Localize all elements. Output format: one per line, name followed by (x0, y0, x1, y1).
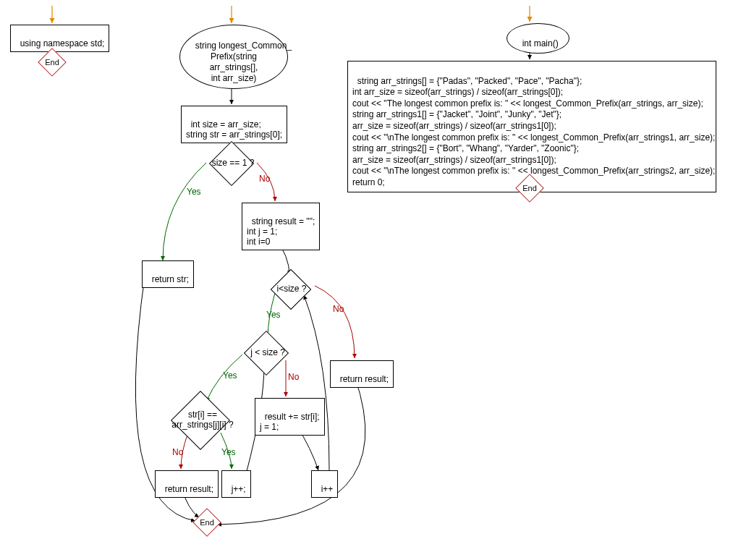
node-text: int main() (522, 38, 559, 48)
decision-label: size == 1 ? (208, 158, 258, 168)
no-label: No (333, 304, 344, 314)
decision-label: i<size ? (274, 284, 310, 294)
node-text: string result = ""; int j = 1; int i=0 (247, 216, 315, 247)
main-signature-node: int main() (507, 23, 569, 54)
main-body-node: string arr_strings[] = {"Padas", "Packed… (347, 61, 716, 192)
node-text: string arr_strings[] = {"Padas", "Packed… (352, 76, 715, 187)
return-result-inner-node: return result; (155, 470, 219, 498)
ipp-node: i++ (311, 470, 338, 498)
using-namespace-node: using namespace std; (10, 25, 109, 52)
node-text: int size = arr_size; string str = arr_st… (186, 119, 282, 140)
jpp-node: j++; (221, 470, 251, 498)
return-result-outer-node: return result; (330, 360, 394, 388)
yes-label: Yes (223, 370, 237, 381)
node-text: using namespace std; (20, 38, 105, 48)
node-text: return result; (165, 484, 213, 494)
no-label: No (259, 174, 270, 184)
node-text: return result; (340, 374, 389, 384)
lcp-init-node: int size = arr_size; string str = arr_st… (181, 106, 287, 143)
yes-label: Yes (266, 310, 281, 320)
node-text: i++ (321, 484, 334, 494)
end-label: End (42, 58, 62, 67)
yes-label: Yes (221, 447, 236, 457)
decision-label: j < size ? (245, 347, 291, 357)
decision-label: str[i] == arr_strings[j][i] ? (163, 410, 242, 430)
node-text: return str; (152, 274, 189, 284)
node-text: string longest_Common_ Prefix(string arr… (195, 41, 292, 83)
end-label: End (197, 518, 217, 527)
node-text: result += str[i]; j = 1; (260, 412, 320, 432)
append-node: result += str[i]; j = 1; (255, 398, 325, 436)
return-str-node: return str; (142, 260, 194, 288)
lcp-signature-node: string longest_Common_ Prefix(string arr… (179, 25, 288, 89)
lcp-init2-node: string result = ""; int j = 1; int i=0 (242, 203, 320, 250)
end-label: End (520, 184, 540, 192)
node-text: j++; (232, 484, 246, 494)
yes-label: Yes (187, 187, 201, 197)
no-label: No (288, 372, 299, 382)
no-label: No (172, 447, 183, 457)
